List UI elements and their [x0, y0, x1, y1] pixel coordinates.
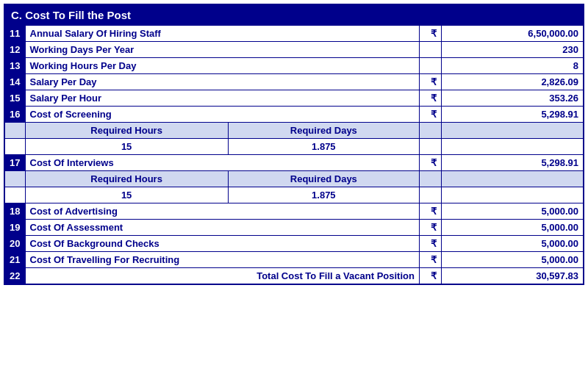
table-row: 18 Cost of Advertising ₹ 5,000.00 — [4, 203, 584, 220]
table-row: 13 Working Hours Per Day 8 — [4, 58, 584, 74]
empty-cell — [419, 187, 441, 203]
row-number: 22 — [4, 268, 25, 285]
table-row: 21 Cost Of Travelling For Recruiting ₹ 5… — [4, 252, 584, 268]
row-number: 16 — [4, 107, 25, 123]
currency-symbol: ₹ — [419, 236, 441, 252]
total-row: 22 Total Cost To Fill a Vacant Position … — [4, 268, 584, 285]
currency-symbol — [419, 58, 441, 74]
currency-symbol: ₹ — [419, 252, 441, 268]
row-number: 20 — [4, 236, 25, 252]
row-label: Working Days Per Year — [25, 42, 419, 58]
table-row: 12 Working Days Per Year 230 — [4, 42, 584, 58]
screening-required-hours-header: Required Hours — [25, 123, 228, 139]
screening-sub-header-row: Required Hours Required Days — [4, 123, 584, 139]
row-label: Salary Per Hour — [25, 90, 419, 107]
currency-symbol: ₹ — [419, 26, 441, 42]
row-label: Cost of Screening — [25, 107, 419, 123]
empty-cell — [419, 139, 441, 155]
interviews-required-days-value: 1.875 — [228, 187, 419, 203]
currency-symbol: ₹ — [419, 268, 441, 285]
empty-cell — [441, 139, 584, 155]
interviews-required-days-header: Required Days — [228, 171, 419, 187]
interviews-sub-value-row: 15 1.875 — [4, 187, 584, 203]
screening-required-days-header: Required Days — [228, 123, 419, 139]
row-label: Working Hours Per Day — [25, 58, 419, 74]
row-value: 6,50,000.00 — [441, 26, 584, 42]
screening-required-days-value: 1.875 — [228, 139, 419, 155]
total-value: 30,597.83 — [441, 268, 584, 285]
empty-cell — [4, 139, 25, 155]
row-label: Cost of Advertising — [25, 203, 419, 220]
row-label: Cost Of Travelling For Recruiting — [25, 252, 419, 268]
cost-to-fill-post-table: C. Cost To Fill the Post 11 Annual Salar… — [0, 0, 588, 289]
row-value: 5,298.91 — [441, 107, 584, 123]
row-value: 5,000.00 — [441, 203, 584, 220]
row-label: Cost Of Background Checks — [25, 236, 419, 252]
row-number: 19 — [4, 220, 25, 236]
row-value: 353.26 — [441, 90, 584, 107]
row-value: 5,000.00 — [441, 236, 584, 252]
row-number: 15 — [4, 90, 25, 107]
row-value: 8 — [441, 58, 584, 74]
row-value: 5,000.00 — [441, 252, 584, 268]
row-number: 17 — [4, 155, 25, 171]
row-label: Annual Salary Of Hiring Staff — [25, 26, 419, 42]
total-label: Total Cost To Fill a Vacant Position — [25, 268, 419, 285]
row-label: Cost Of Interviews — [25, 155, 419, 171]
empty-cell — [4, 123, 25, 139]
table-row: 14 Salary Per Day ₹ 2,826.09 — [4, 74, 584, 90]
currency-symbol: ₹ — [419, 74, 441, 90]
row-value: 5,000.00 — [441, 220, 584, 236]
interviews-required-hours-value: 15 — [25, 187, 228, 203]
row-number: 18 — [4, 203, 25, 220]
empty-cell — [419, 123, 441, 139]
currency-symbol — [419, 42, 441, 58]
currency-symbol: ₹ — [419, 203, 441, 220]
currency-symbol: ₹ — [419, 107, 441, 123]
table-row: 20 Cost Of Background Checks ₹ 5,000.00 — [4, 236, 584, 252]
table-row: 16 Cost of Screening ₹ 5,298.91 — [4, 107, 584, 123]
table-row: 17 Cost Of Interviews ₹ 5,298.91 — [4, 155, 584, 171]
empty-cell — [441, 187, 584, 203]
table-row: 19 Cost Of Assessment ₹ 5,000.00 — [4, 220, 584, 236]
row-number: 14 — [4, 74, 25, 90]
row-number: 12 — [4, 42, 25, 58]
row-value: 230 — [441, 42, 584, 58]
currency-symbol: ₹ — [419, 155, 441, 171]
table-row: 15 Salary Per Hour ₹ 353.26 — [4, 90, 584, 107]
interviews-required-hours-header: Required Hours — [25, 171, 228, 187]
interviews-sub-header-row: Required Hours Required Days — [4, 171, 584, 187]
row-value: 2,826.09 — [441, 74, 584, 90]
empty-cell — [4, 187, 25, 203]
row-label: Cost Of Assessment — [25, 220, 419, 236]
table-title: C. Cost To Fill the Post — [4, 4, 584, 26]
row-value: 5,298.91 — [441, 155, 584, 171]
currency-symbol: ₹ — [419, 90, 441, 107]
empty-cell — [441, 123, 584, 139]
currency-symbol: ₹ — [419, 220, 441, 236]
row-label: Salary Per Day — [25, 74, 419, 90]
screening-sub-value-row: 15 1.875 — [4, 139, 584, 155]
empty-cell — [419, 171, 441, 187]
table-row: 11 Annual Salary Of Hiring Staff ₹ 6,50,… — [4, 26, 584, 42]
empty-cell — [4, 171, 25, 187]
empty-cell — [441, 171, 584, 187]
table-header-row: C. Cost To Fill the Post — [4, 4, 584, 26]
row-number: 21 — [4, 252, 25, 268]
row-number: 11 — [4, 26, 25, 42]
screening-required-hours-value: 15 — [25, 139, 228, 155]
row-number: 13 — [4, 58, 25, 74]
